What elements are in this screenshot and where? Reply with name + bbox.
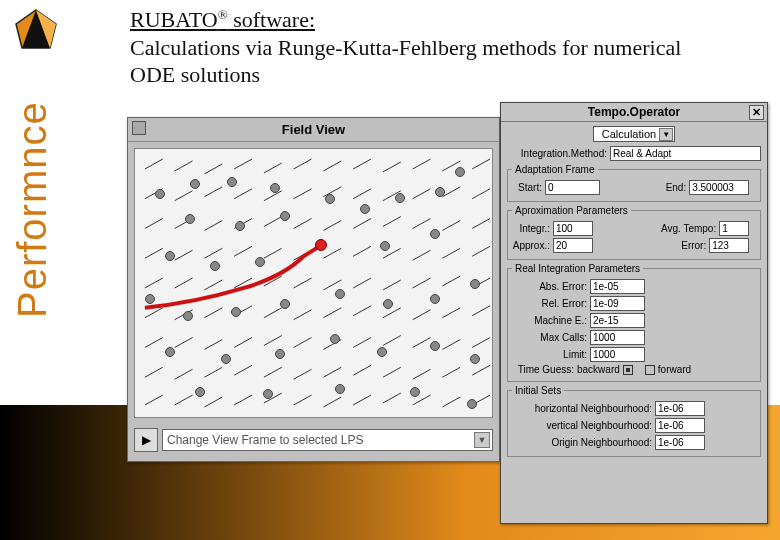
svg-line-56 [294, 278, 312, 288]
calculation-dropdown[interactable]: Calculation ▼ [593, 126, 675, 142]
svg-line-72 [413, 310, 431, 320]
svg-line-36 [413, 219, 431, 229]
approx-params-legend: Aproximation Parameters [512, 205, 631, 216]
integr-input[interactable]: 100 [553, 221, 593, 236]
svg-line-9 [323, 161, 341, 171]
svg-line-31 [264, 217, 282, 227]
svg-line-106 [353, 395, 371, 405]
svg-line-27 [145, 219, 163, 229]
calculation-label: Calculation [602, 128, 656, 140]
svg-line-96 [413, 369, 431, 379]
svg-line-24 [413, 189, 431, 199]
tempo-operator-window: Tempo.Operator ✕ Calculation ▼ Integrati… [500, 102, 768, 524]
trajectory-end-point [315, 239, 327, 251]
svg-line-25 [442, 187, 460, 197]
svg-line-42 [234, 246, 252, 256]
svg-line-34 [353, 219, 371, 229]
approx-input[interactable]: 20 [553, 238, 593, 253]
svg-line-49 [442, 248, 460, 258]
fieldview-canvas[interactable] [134, 148, 493, 418]
origin-neighbourhood-input[interactable]: 1e-06 [655, 435, 705, 450]
svg-line-93 [323, 367, 341, 377]
svg-line-79 [264, 336, 282, 346]
timeguess-forward-radio[interactable] [645, 365, 655, 375]
svg-line-90 [234, 365, 252, 375]
fieldview-titlebar[interactable]: Field View [128, 118, 499, 142]
svg-line-99 [145, 395, 163, 405]
fieldview-window: Field View [127, 117, 500, 462]
horizontal-neighbourhood-input[interactable]: 1e-06 [655, 401, 705, 416]
svg-line-100 [175, 395, 193, 405]
svg-line-98 [472, 365, 490, 375]
integration-method-label: Integration.Method: [507, 148, 607, 159]
adaptation-frame-legend: Adaptation Frame [512, 164, 598, 175]
svg-line-88 [175, 369, 193, 379]
maxcalls-input[interactable]: 1000 [590, 330, 645, 345]
svg-line-43 [264, 248, 282, 258]
close-icon[interactable]: ✕ [749, 105, 764, 120]
svg-line-48 [413, 250, 431, 260]
initial-sets-group: Initial Sets horizontal Neighbourhood:1e… [507, 385, 761, 457]
svg-line-32 [294, 219, 312, 229]
relerr-input[interactable]: 1e-09 [590, 296, 645, 311]
svg-line-3 [145, 159, 163, 169]
limit-input[interactable]: 1000 [590, 347, 645, 362]
svg-line-65 [204, 308, 222, 318]
svg-line-80 [294, 338, 312, 348]
svg-line-29 [204, 221, 222, 231]
svg-line-22 [353, 189, 371, 199]
svg-line-87 [145, 367, 163, 377]
end-input[interactable]: 3.500003 [689, 180, 749, 195]
svg-line-39 [145, 248, 163, 258]
svg-line-11 [383, 162, 401, 172]
svg-line-4 [175, 161, 193, 171]
svg-line-91 [264, 367, 282, 377]
svg-line-85 [442, 340, 460, 350]
svg-line-109 [442, 397, 460, 407]
svg-line-82 [353, 338, 371, 348]
adaptation-frame-group: Adaptation Frame Start:0 End:3.500003 [507, 164, 761, 202]
integration-method-input[interactable]: Real & Adapt [610, 146, 761, 161]
timeguess-backward-radio[interactable] [623, 365, 633, 375]
approx-params-group: Aproximation Parameters Integr.:100 Avg.… [507, 205, 761, 260]
window-sys-icon[interactable] [132, 121, 146, 135]
svg-line-104 [294, 395, 312, 405]
real-integration-group: Real Integration Parameters Abs. Error:1… [507, 263, 761, 382]
svg-line-107 [383, 393, 401, 403]
start-input[interactable]: 0 [545, 180, 600, 195]
play-button[interactable]: ▶ [134, 428, 158, 452]
machine-e-input[interactable]: 2e-15 [590, 313, 645, 328]
svg-line-20 [294, 189, 312, 199]
svg-line-68 [294, 310, 312, 320]
svg-line-83 [383, 336, 401, 346]
svg-line-60 [413, 278, 431, 288]
svg-line-84 [413, 338, 431, 348]
svg-line-41 [204, 248, 222, 258]
svg-line-101 [204, 397, 222, 407]
svg-line-105 [323, 397, 341, 407]
svg-line-69 [323, 308, 341, 318]
real-integration-legend: Real Integration Parameters [512, 263, 643, 274]
svg-line-14 [472, 159, 490, 169]
svg-line-52 [175, 278, 193, 288]
avgtempo-input[interactable]: 1 [719, 221, 749, 236]
svg-line-94 [353, 365, 371, 375]
vertical-neighbourhood-input[interactable]: 1e-06 [655, 418, 705, 433]
svg-line-76 [175, 338, 193, 348]
error-input[interactable]: 123 [709, 238, 749, 253]
abserr-input[interactable]: 1e-05 [590, 279, 645, 294]
tempo-titlebar[interactable]: Tempo.Operator ✕ [501, 103, 767, 122]
svg-line-75 [145, 338, 163, 348]
svg-line-35 [383, 217, 401, 227]
view-frame-dropdown[interactable]: Change View Frame to selected LPS ▼ [162, 429, 493, 451]
svg-line-6 [234, 159, 252, 169]
svg-line-70 [353, 306, 371, 316]
chevron-down-icon[interactable]: ▼ [474, 432, 490, 448]
svg-line-10 [353, 159, 371, 169]
svg-line-45 [323, 248, 341, 258]
svg-line-5 [204, 164, 222, 174]
svg-line-97 [442, 367, 460, 377]
chevron-down-icon[interactable]: ▼ [659, 128, 673, 141]
svg-line-40 [175, 250, 193, 260]
svg-line-16 [175, 191, 193, 201]
